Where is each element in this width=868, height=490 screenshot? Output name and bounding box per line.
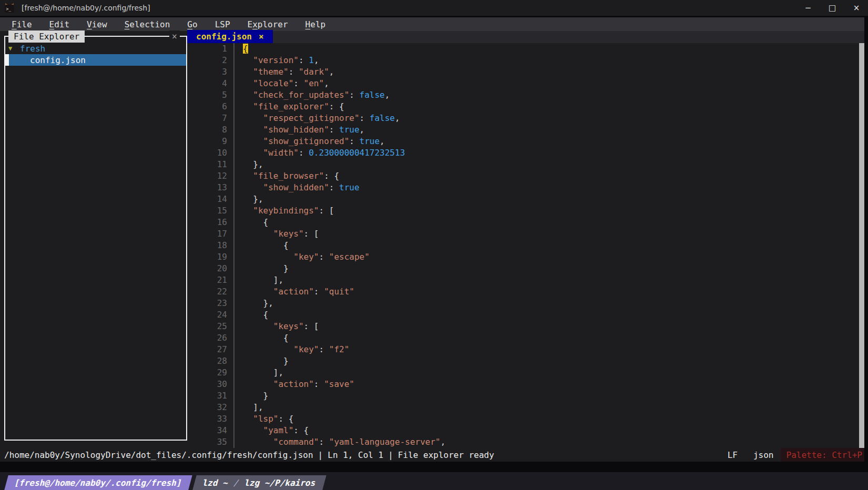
code-line[interactable]: 4 "locale": "en", xyxy=(188,78,859,89)
line-number: 6 xyxy=(188,101,234,113)
menu-file[interactable]: File xyxy=(12,19,32,29)
svg-text:>_: >_ xyxy=(6,7,12,12)
code-line[interactable]: 12 "file_browser": { xyxy=(188,170,859,182)
line-number: 29 xyxy=(188,367,234,379)
line-number: 8 xyxy=(188,124,234,136)
code-line[interactable]: 24 { xyxy=(188,309,859,321)
code-line[interactable]: 15 "keybindings": [ xyxy=(188,205,859,217)
code-line[interactable]: 19 "key": "escape" xyxy=(188,251,859,263)
code-line[interactable]: 6 "file_explorer": { xyxy=(188,101,859,113)
minimize-button[interactable]: − xyxy=(804,3,812,13)
code-line[interactable]: 34 "yaml": { xyxy=(188,425,859,436)
code-line[interactable]: 18 { xyxy=(188,240,859,251)
code-line[interactable]: 8 "show_hidden": true, xyxy=(188,124,859,136)
code-line[interactable]: 35 "command": "yaml-language-server", xyxy=(188,436,859,448)
code-line[interactable]: 25 "keys": [ xyxy=(188,321,859,332)
menu-explorer[interactable]: Explorer xyxy=(248,19,288,29)
code-text: "action": "save" xyxy=(234,379,354,390)
menu-bar: FileEditViewSelectionGoLSPExplorerHelp xyxy=(0,17,864,31)
taskbar-window-group: lzd ~ / lzg ~/P/kairos xyxy=(192,475,326,490)
line-number: 9 xyxy=(188,136,234,147)
taskbar-windows: [fresh@/home/nab0y/.config/fresh] lzd ~ … xyxy=(6,475,324,490)
code-line[interactable]: 16 { xyxy=(188,217,859,228)
code-text: ], xyxy=(234,367,283,379)
menu-go[interactable]: Go xyxy=(187,19,197,29)
status-message: File explorer ready xyxy=(398,450,494,460)
line-number: 2 xyxy=(188,55,234,66)
code-line[interactable]: 23 }, xyxy=(188,298,859,309)
code-text: "keys": [ xyxy=(234,321,319,332)
code-line[interactable]: 22 "action": "quit" xyxy=(188,286,859,298)
code-line[interactable]: 30 "action": "save" xyxy=(188,379,859,390)
window-title: [fresh@/home/nab0y/.config/fresh] xyxy=(22,4,150,12)
taskbar-window-lzg[interactable]: lzg ~/P/kairos xyxy=(243,478,317,488)
tree-file-config-json[interactable]: config.json xyxy=(5,54,186,66)
line-number: 35 xyxy=(188,436,234,448)
line-number: 32 xyxy=(188,402,234,413)
code-line[interactable]: 10 "width": 0.23000000417232513 xyxy=(188,147,859,159)
code-line[interactable]: 21 ], xyxy=(188,274,859,286)
menu-edit[interactable]: Edit xyxy=(49,19,70,29)
code-text: "file_explorer": { xyxy=(234,101,344,113)
code-line[interactable]: 26 { xyxy=(188,332,859,344)
line-number: 1 xyxy=(188,43,234,55)
code-editor[interactable]: 1{2 "version": 1,3 "theme": "dark",4 "lo… xyxy=(188,43,859,448)
line-number: 31 xyxy=(188,390,234,402)
code-text: "key": "escape" xyxy=(234,251,370,263)
code-text: } xyxy=(234,355,289,367)
explorer-close-icon[interactable]: × xyxy=(169,30,180,43)
status-language: json xyxy=(753,450,774,460)
taskbar: [fresh@/home/nab0y/.config/fresh] lzd ~ … xyxy=(0,472,868,490)
line-number: 4 xyxy=(188,78,234,89)
code-line[interactable]: 13 "show_hidden": true xyxy=(188,182,859,193)
close-button[interactable]: × xyxy=(852,3,861,13)
code-line[interactable]: 28 } xyxy=(188,355,859,367)
line-number: 24 xyxy=(188,309,234,321)
code-line[interactable]: 33 "lsp": { xyxy=(188,413,859,425)
code-line[interactable]: 20 } xyxy=(188,263,859,274)
editor-scrollbar[interactable] xyxy=(859,43,864,448)
line-number: 5 xyxy=(188,89,234,101)
tab-bar: config.json × xyxy=(187,31,864,43)
code-line[interactable]: 1{ xyxy=(188,43,859,55)
code-text: "version": 1, xyxy=(234,55,319,66)
titlebar: >_ [fresh@/home/nab0y/.config/fresh] − □… xyxy=(0,0,868,16)
tree-folder-fresh[interactable]: ▼ fresh xyxy=(5,43,186,54)
tab-close-icon[interactable]: × xyxy=(259,32,264,42)
code-line[interactable]: 5 "check_for_updates": false, xyxy=(188,89,859,101)
code-line[interactable]: 17 "keys": [ xyxy=(188,228,859,240)
code-line[interactable]: 27 "key": "f2" xyxy=(188,344,859,355)
code-line[interactable]: 11 }, xyxy=(188,159,859,170)
code-text: "lsp": { xyxy=(234,413,293,425)
code-line[interactable]: 29 ], xyxy=(188,367,859,379)
code-line[interactable]: 3 "theme": "dark", xyxy=(188,66,859,78)
menu-view[interactable]: View xyxy=(87,19,107,29)
window-right-edge xyxy=(864,16,868,462)
menu-help[interactable]: Help xyxy=(305,19,326,29)
code-text: { xyxy=(234,309,268,321)
code-line[interactable]: 7 "respect_gitignore": false, xyxy=(188,113,859,124)
status-separator: | xyxy=(318,450,323,460)
code-text: "show_hidden": true xyxy=(234,182,360,193)
code-line[interactable]: 2 "version": 1, xyxy=(188,55,859,66)
code-line[interactable]: 32 ], xyxy=(188,402,859,413)
palette-hint[interactable]: Palette: Ctrl+P xyxy=(781,448,868,462)
menu-selection[interactable]: Selection xyxy=(125,19,170,29)
code-text: "check_for_updates": false, xyxy=(234,89,390,101)
tab-config-json[interactable]: config.json × xyxy=(187,30,273,43)
line-number: 33 xyxy=(188,413,234,425)
terminal-app-icon: >_ xyxy=(4,3,15,13)
code-text: "action": "quit" xyxy=(234,286,354,298)
taskbar-window-fresh[interactable]: [fresh@/home/nab0y/.config/fresh] xyxy=(4,475,192,490)
taskbar-window-lzd[interactable]: lzd ~ xyxy=(201,478,229,488)
line-number: 19 xyxy=(188,251,234,263)
code-line[interactable]: 14 }, xyxy=(188,193,859,205)
code-line[interactable]: 31 } xyxy=(188,390,859,402)
code-line[interactable]: 9 "show_gitignored": true, xyxy=(188,136,859,147)
code-text: ], xyxy=(234,402,263,413)
file-explorer-panel: File Explorer × ▼ fresh config.json xyxy=(4,36,187,441)
window-controls: − □ × xyxy=(804,0,861,16)
menu-lsp[interactable]: LSP xyxy=(215,19,230,29)
file-explorer-title: File Explorer xyxy=(8,30,85,43)
maximize-button[interactable]: □ xyxy=(828,3,836,13)
